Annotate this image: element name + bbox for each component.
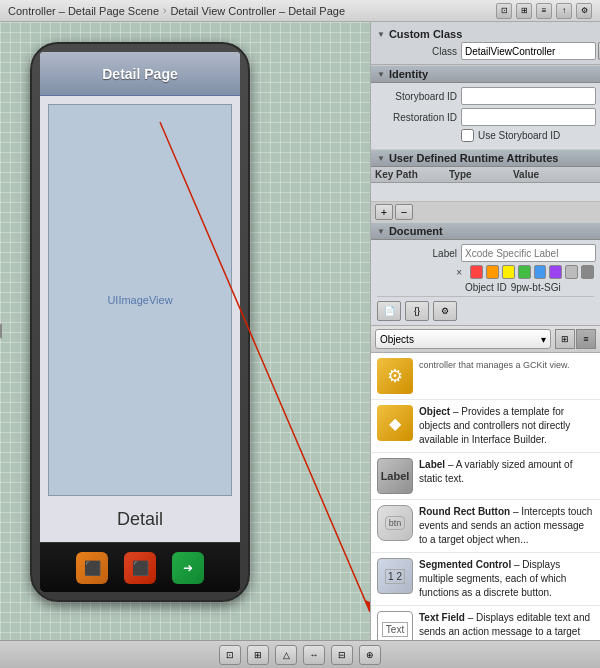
- user-defined-title: User Defined Runtime Attributes: [389, 152, 559, 164]
- list-item[interactable]: Text Text Field – Displays editable text…: [371, 606, 600, 640]
- list-item[interactable]: btn Round Rect Button – Intercepts touch…: [371, 500, 600, 553]
- breadcrumb-bar: Controller – Detail Page Scene › Detail …: [0, 0, 600, 22]
- objects-dropdown-label: Objects: [380, 334, 414, 345]
- toolbar-icon-red[interactable]: ⬛: [124, 552, 156, 584]
- doc-label-input[interactable]: [461, 244, 596, 262]
- doc-icon-row: 📄 {} ⚙: [377, 296, 594, 321]
- use-storyboard-label: Use Storyboard ID: [478, 130, 560, 141]
- object-id-label: Object ID: [465, 282, 507, 293]
- doc-file-btn[interactable]: 📄: [377, 301, 401, 321]
- color-dark-gray[interactable]: [581, 265, 594, 279]
- objects-toolbar: Objects ▾ ⊞ ≡: [371, 326, 600, 353]
- doc-icon[interactable]: ⊡: [496, 3, 512, 19]
- use-storyboard-row: Use Storyboard ID: [461, 129, 594, 142]
- document-triangle: ▼: [377, 227, 385, 236]
- color-red[interactable]: [470, 265, 483, 279]
- bottom-btn-5[interactable]: ⊟: [331, 645, 353, 665]
- restoration-id-input[interactable]: [461, 108, 596, 126]
- iphone-image-view[interactable]: UIImageView: [48, 104, 232, 496]
- document-header[interactable]: ▼ Document: [371, 222, 600, 240]
- iphone-detail-label[interactable]: Detail: [48, 504, 232, 534]
- identity-content: Storyboard ID Restoration ID Use Storybo…: [371, 83, 600, 149]
- image-view-label: UIImageView: [107, 294, 172, 306]
- right-panel: ▼ Custom Class Class ▼ ▶ ▼ Identity Stor…: [370, 22, 600, 640]
- text-field-icon: Text: [377, 611, 413, 640]
- object-name: Segmented Control: [419, 559, 511, 570]
- toolbar-icon-orange[interactable]: ⬛: [76, 552, 108, 584]
- list-item[interactable]: ◆ Object – Provides a template for objec…: [371, 400, 600, 453]
- object-item-text: Round Rect Button – Intercepts touch eve…: [419, 505, 594, 547]
- bottom-toolbar: ⊡ ⊞ △ ↔ ⊟ ⊕: [0, 640, 600, 668]
- list-view-btn[interactable]: ≡: [576, 329, 596, 349]
- breadcrumb-item-2[interactable]: Detail View Controller – Detail Page: [170, 5, 345, 17]
- col-value: Value: [513, 169, 596, 180]
- seg-ctrl-icon: 1 2: [377, 558, 413, 594]
- bottom-btn-2[interactable]: ⊞: [247, 645, 269, 665]
- custom-class-header[interactable]: ▼ Custom Class: [377, 26, 594, 42]
- breadcrumb-item-1[interactable]: Controller – Detail Page Scene: [8, 5, 159, 17]
- object-item-text: controller that manages a GCKit view.: [419, 358, 594, 372]
- list-item[interactable]: Label Label – A variably sized amount of…: [371, 453, 600, 500]
- iphone-nav-bar: Detail Page: [40, 52, 240, 96]
- user-defined-header[interactable]: ▼ User Defined Runtime Attributes: [371, 149, 600, 167]
- color-green[interactable]: [518, 265, 531, 279]
- storyboard-id-row: Storyboard ID: [377, 87, 594, 105]
- restoration-id-row: Restoration ID: [377, 108, 594, 126]
- nav-title: Detail Page: [102, 66, 177, 82]
- objects-dropdown[interactable]: Objects ▾: [375, 329, 551, 349]
- list-icon[interactable]: ≡: [536, 3, 552, 19]
- use-storyboard-checkbox[interactable]: [461, 129, 474, 142]
- remove-attribute-btn[interactable]: −: [395, 204, 413, 220]
- class-input[interactable]: [461, 42, 596, 60]
- storyboard-id-label: Storyboard ID: [377, 91, 457, 102]
- restoration-id-label: Restoration ID: [377, 112, 457, 123]
- doc-code-btn[interactable]: {}: [405, 301, 429, 321]
- grid-view-btn[interactable]: ⊞: [555, 329, 575, 349]
- bottom-btn-1[interactable]: ⊡: [219, 645, 241, 665]
- object-name: Object: [419, 406, 450, 417]
- share-icon[interactable]: ↑: [556, 3, 572, 19]
- object-item-text: Label – A variably sized amount of stati…: [419, 458, 594, 486]
- object-name: Round Rect Button: [419, 506, 510, 517]
- identity-header[interactable]: ▼ Identity: [371, 65, 600, 83]
- iphone-content: UIImageView Detail: [40, 96, 240, 542]
- color-yellow[interactable]: [502, 265, 515, 279]
- left-arrow: [0, 323, 2, 339]
- col-key-path: Key Path: [375, 169, 445, 180]
- toolbar-icon-green[interactable]: ➜: [172, 552, 204, 584]
- color-orange[interactable]: [486, 265, 499, 279]
- object-icon-gear: ⚙: [377, 358, 413, 394]
- canvas-area: Detail Page UIImageView Detail ⬛ ⬛: [0, 22, 370, 640]
- color-blue[interactable]: [534, 265, 547, 279]
- svg-marker-1: [365, 600, 370, 612]
- objects-panel: Objects ▾ ⊞ ≡ ⚙ controller that manages …: [371, 325, 600, 640]
- bottom-btn-3[interactable]: △: [275, 645, 297, 665]
- folder-icon[interactable]: ⊞: [516, 3, 532, 19]
- gear-icon[interactable]: ⚙: [576, 3, 592, 19]
- identity-triangle: ▼: [377, 70, 385, 79]
- iphone-frame: Detail Page UIImageView Detail ⬛ ⬛: [30, 42, 250, 602]
- add-attribute-btn[interactable]: +: [375, 204, 393, 220]
- color-purple[interactable]: [549, 265, 562, 279]
- document-section: ▼ Document Label ×: [371, 222, 600, 325]
- identity-title: Identity: [389, 68, 428, 80]
- list-item[interactable]: 1 2 Segmented Control – Displays multipl…: [371, 553, 600, 606]
- custom-class-section: ▼ Custom Class Class ▼ ▶: [371, 22, 600, 65]
- object-item-text: Text Field – Displays editable text and …: [419, 611, 594, 640]
- col-type: Type: [449, 169, 509, 180]
- custom-class-title: Custom Class: [389, 28, 462, 40]
- bottom-btn-6[interactable]: ⊕: [359, 645, 381, 665]
- object-name: Label: [419, 459, 445, 470]
- user-defined-triangle: ▼: [377, 154, 385, 163]
- list-item[interactable]: ⚙ controller that manages a GCKit view.: [371, 353, 600, 400]
- view-toggle: ⊞ ≡: [555, 329, 596, 349]
- object-item-text: Object – Provides a template for objects…: [419, 405, 594, 447]
- color-light-gray[interactable]: [565, 265, 578, 279]
- document-title: Document: [389, 225, 443, 237]
- doc-link-btn[interactable]: ⚙: [433, 301, 457, 321]
- round-rect-icon: btn: [377, 505, 413, 541]
- bottom-btn-4[interactable]: ↔: [303, 645, 325, 665]
- breadcrumb-icons: ⊡ ⊞ ≡ ↑ ⚙: [496, 3, 592, 19]
- doc-label-label: Label: [377, 248, 457, 259]
- storyboard-id-input[interactable]: [461, 87, 596, 105]
